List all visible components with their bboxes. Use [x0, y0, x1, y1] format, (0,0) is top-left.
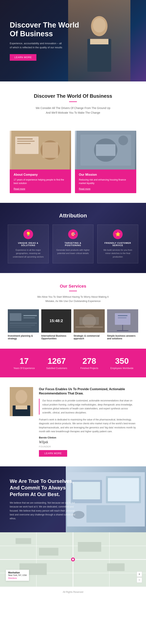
service-timer: 15:48:2 — [50, 318, 63, 323]
services-divider — [69, 291, 77, 291]
map-controls: + − — [137, 572, 142, 583]
footer: All Rights Reserved — [0, 586, 146, 597]
card-mission-link[interactable]: Read more — [79, 188, 90, 190]
testimonial-cta-button[interactable]: learn more — [39, 450, 67, 457]
attr-card-1-desc: Generate best products with higher poten… — [56, 248, 90, 255]
hero-subtitle: Experience, accountability and innovatio… — [10, 42, 64, 50]
card-about-link[interactable]: Read more — [14, 188, 25, 190]
map-label: Manhattan New York, NY, USA Directions — [6, 570, 29, 581]
services-section: Our Services We Allow You To Start Witho… — [0, 273, 146, 348]
attribution-cards: 💡 Unique Ideas & Solutions Experience in… — [8, 224, 138, 264]
card-mission-overlay: Our Mission Reducing risk and enhancing … — [75, 170, 136, 193]
svg-rect-6 — [17, 138, 33, 140]
attr-card-1: 🎯 Targeting & Positioning Generate best … — [53, 224, 93, 264]
testimonial-title: Our Focus Enables Us To Provide Customiz… — [39, 387, 136, 396]
attr-card-2-desc: We build services for you from minor ske… — [101, 248, 134, 259]
map-directions-link[interactable]: Directions — [8, 577, 27, 579]
map-zoom-in-button[interactable]: + — [137, 572, 142, 577]
card-mission-desc: Reducing risk and enhancing housing fina… — [79, 178, 132, 185]
svg-rect-26 — [76, 327, 103, 327]
svg-rect-18 — [23, 315, 37, 316]
testimonial-signature: Wllptk — [39, 440, 136, 444]
service-card-0-title: Investment planning & strategy — [8, 334, 39, 340]
svg-point-3 — [93, 18, 106, 32]
svg-rect-39 — [73, 482, 100, 499]
map-zoom-out-button[interactable]: − — [137, 577, 142, 583]
stats-section: 17 Years Of Experience 1267 Satisfied Cu… — [0, 349, 146, 377]
service-card-1-title: International Business Opportunities — [41, 334, 71, 340]
card-about-overlay: About Company 17 years of experience hel… — [10, 170, 71, 193]
testimonial-role: FOUNDER — [39, 446, 136, 448]
stat-0-number: 17 — [8, 356, 40, 366]
svg-point-34 — [16, 390, 27, 404]
cards-row: About Company 17 years of experience hel… — [0, 125, 146, 203]
map-background: Manhattan New York, NY, USA Directions +… — [0, 532, 146, 586]
testimonial-section: Our Focus Enables Us To Provide Customiz… — [0, 377, 146, 466]
svg-rect-36 — [16, 406, 27, 409]
attr-icon-1: 🎯 — [68, 230, 78, 239]
card-about-title: About Company — [14, 173, 67, 176]
card-mission: Our Mission Reducing risk and enhancing … — [75, 131, 136, 193]
map-city: Manhattan — [8, 571, 27, 574]
discover-section: Discover The World Of Business We Consid… — [0, 82, 146, 125]
attr-card-1-title: Targeting & Positioning — [56, 242, 90, 246]
stat-0-label: Years Of Experience — [8, 367, 40, 370]
testimonial-image — [10, 387, 33, 416]
testimonial-name: Bernie Clinton — [39, 436, 136, 439]
map-address: New York, NY, USA — [8, 574, 27, 576]
card-about-desc: 17 years of experience helping people to… — [14, 178, 67, 185]
svg-rect-41 — [108, 478, 139, 501]
service-img-3 — [107, 309, 138, 332]
service-img-1: 15:48:2 — [41, 309, 71, 332]
bottom-hero-body: We believe that we are outstanding. Not … — [10, 501, 76, 521]
svg-rect-55 — [107, 563, 125, 571]
card-mission-image — [75, 131, 136, 170]
attr-card-0-desc: Experience in all the major geographies,… — [12, 248, 45, 259]
svg-rect-29 — [118, 315, 127, 316]
svg-rect-19 — [23, 318, 35, 318]
testimonial-body: Putnam's work is dedicated to maximizing… — [39, 418, 136, 434]
svg-rect-52 — [16, 538, 31, 544]
service-img-0 — [8, 309, 39, 332]
card-about: About Company 17 years of experience hel… — [10, 131, 71, 193]
footer-text: All Rights Reserved — [63, 591, 83, 594]
svg-rect-7 — [17, 141, 35, 142]
discover-subtitle: We Consider All The Drivers Of Change Fr… — [34, 106, 112, 115]
svg-rect-10 — [42, 142, 58, 158]
stat-3: 350 Employees Worldwide — [106, 356, 138, 370]
service-card-2: Strategic & commercial approach — [74, 309, 105, 341]
attribution-section: Attribution 💡 Unique Ideas & Solutions E… — [0, 203, 146, 273]
svg-rect-30 — [118, 318, 126, 318]
service-img-2 — [74, 309, 105, 332]
stat-1-number: 1267 — [40, 356, 73, 366]
stat-3-label: Employees Worldwide — [106, 367, 138, 370]
attr-icon-2: ⭐ — [113, 230, 123, 239]
svg-point-58 — [72, 558, 74, 560]
bottom-hero-content: We Are True To Ourselves, And Commit To … — [10, 478, 76, 520]
service-card-1: 15:48:2 International Business Opportuni… — [41, 309, 71, 341]
services-title: Our Services — [8, 284, 138, 289]
svg-rect-53 — [39, 548, 58, 556]
service-card-0: Investment planning & strategy — [8, 309, 39, 341]
discover-divider — [69, 102, 77, 102]
hero-cta-button[interactable]: learn more — [10, 54, 36, 61]
card-about-image — [10, 131, 71, 170]
service-card-3-title: Simple business answers and solutions — [107, 334, 138, 340]
service-card-2-title: Strategic & commercial approach — [74, 334, 105, 340]
testimonial-content: Our Focus Enables Us To Provide Customiz… — [39, 387, 136, 457]
service-card-3: Simple business answers and solutions — [107, 309, 138, 341]
stat-2-number: 278 — [73, 356, 106, 366]
svg-rect-22 — [10, 327, 31, 327]
bottom-hero-section: We Are True To Ourselves, And Commit To … — [0, 466, 146, 532]
svg-rect-54 — [78, 542, 101, 552]
attr-card-2-title: Friendly Customer Service — [101, 242, 134, 246]
attr-card-2: ⭐ Friendly Customer Service We build ser… — [97, 224, 138, 264]
map-section: Manhattan New York, NY, USA Directions +… — [0, 532, 146, 586]
svg-rect-42 — [87, 505, 125, 522]
svg-point-15 — [118, 136, 128, 145]
stat-0: 17 Years Of Experience — [8, 356, 40, 370]
services-subtitle: We Allow You To Start Without Having To … — [36, 295, 110, 303]
svg-rect-20 — [10, 323, 37, 324]
hero-person-svg — [80, 10, 119, 72]
svg-rect-21 — [10, 325, 35, 326]
